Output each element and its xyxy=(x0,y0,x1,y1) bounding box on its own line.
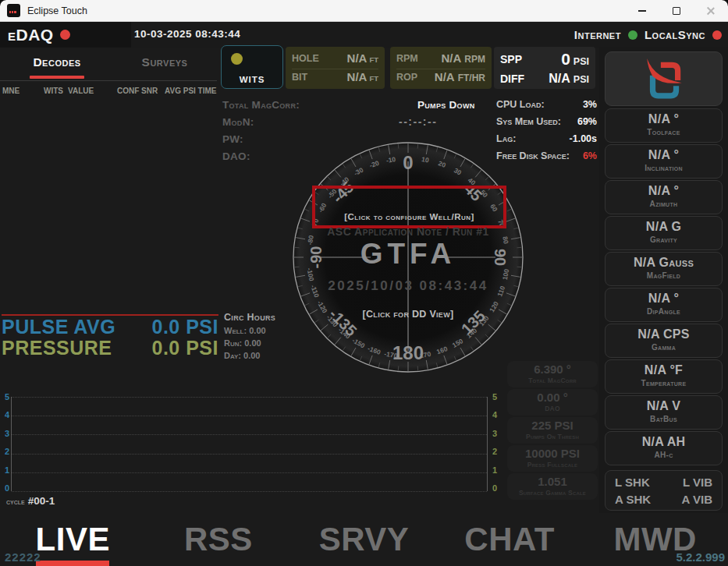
system-stat-value: 3% xyxy=(583,99,597,110)
system-stat-row: CPU Load:3% xyxy=(496,99,597,116)
telemetry-label: Toolface xyxy=(605,127,722,137)
app-name: eDAQ xyxy=(8,26,54,44)
rop-unit: FT/HR xyxy=(458,73,485,83)
telemetry-card-dipangle: N/A °DipAngle xyxy=(605,288,723,322)
telemetry-card-inclination: N/A °Inclination xyxy=(605,144,723,179)
telemetry-label: BatBus xyxy=(605,414,722,424)
chart-left-axis: 543210 xyxy=(2,392,9,493)
connection-indicators: Internet LocalSync xyxy=(574,22,722,48)
telemetry-value: N/A °F xyxy=(605,363,722,378)
pulse-avg-label: PULSE AVG xyxy=(2,317,115,338)
circ-hours-row: Well: 0.00 xyxy=(224,326,294,335)
compass-datetime: 2025/10/03 08:43:44 xyxy=(291,278,525,294)
config-item: 1.051Surface Gamma Scale xyxy=(507,473,598,500)
shock-cell: L SHK xyxy=(615,476,664,489)
nav-item-srvy[interactable]: SRVY xyxy=(291,513,437,566)
left-ytick: 1 xyxy=(5,465,9,475)
hole-label: HOLE xyxy=(292,53,319,64)
telemetry-value: N/A ° xyxy=(605,291,722,306)
config-item-label: Surface Gamma Scale xyxy=(507,489,598,497)
configure-well-run-button[interactable]: [Click to configure Well/Run] xyxy=(312,186,506,228)
cycle-label: cycle xyxy=(6,497,25,506)
decode-table-headers: MNEWITSVALUECONF SNRAVG PSI TIME xyxy=(0,87,217,97)
wits-indicator[interactable]: WITS xyxy=(221,45,283,89)
diff-value: N/A xyxy=(549,72,570,85)
pump-status: Pumps Down xyxy=(417,99,475,111)
telemetry-label: Temperature xyxy=(605,378,722,388)
telemetry-value: N/A ° xyxy=(605,183,722,199)
chart-gridline xyxy=(12,491,487,492)
telemetry-value: N/A CPS xyxy=(605,327,722,342)
circ-hours: Circ Hours Well: 0.00Run: 0.00Day: 0.00 xyxy=(224,312,294,360)
minimize-button[interactable] xyxy=(625,0,659,21)
config-item: 0.00 °DAO xyxy=(507,389,598,416)
bit-value: N/A xyxy=(347,70,368,83)
config-item-value: 6.390 ° xyxy=(507,363,598,377)
telemetry-value: N/A G xyxy=(605,219,722,235)
telemetry-label: Azimuth xyxy=(605,199,722,209)
close-icon xyxy=(706,6,716,16)
config-item-label: Total MagCorr xyxy=(507,377,598,385)
right-ytick: 3 xyxy=(492,429,497,438)
minimize-icon xyxy=(638,10,646,12)
telemetry-cards: N/A °ToolfaceN/A °InclinationN/A °Azimut… xyxy=(605,108,723,467)
top-status-bar: eDAQ 10-03-2025 08:43:44 Internet LocalS… xyxy=(0,22,728,48)
left-ytick: 2 xyxy=(5,447,9,456)
decode-column-header: AVG PSI TIME xyxy=(165,87,217,95)
hole-row: HOLE N/AFT xyxy=(292,51,378,65)
modn-label: ModN: xyxy=(222,116,254,128)
telemetry-card-azimuth: N/A °Azimuth xyxy=(605,180,723,214)
active-tab-underline xyxy=(30,76,84,79)
circ-hours-rows: Well: 0.00Run: 0.00Day: 0.00 xyxy=(224,326,294,360)
rop-row: ROP N/AFT/HR xyxy=(396,69,485,84)
shock-vibe-card: L SHKL VIBA SHKA VIB xyxy=(605,470,723,511)
config-item-label: DAO xyxy=(507,405,598,413)
nav-item-rss[interactable]: RSS xyxy=(146,513,292,566)
maximize-button[interactable] xyxy=(659,0,694,21)
modn-value: --:--:-- xyxy=(399,115,437,128)
shock-cell: A VIB xyxy=(664,493,713,506)
rpm-value: N/A xyxy=(441,51,461,65)
decode-column-header: CONF SNR xyxy=(117,87,158,95)
spp-row: SPP 0PSI xyxy=(500,50,589,69)
config-summary-panel: 6.390 °Total MagCorr0.00 °DAO225 PSIPump… xyxy=(507,361,598,501)
telemetry-label: Inclination xyxy=(605,163,722,173)
system-stat-row: Sys Mem Used:69% xyxy=(496,116,597,133)
hole-unit: FT xyxy=(369,55,378,64)
telemetry-label: AH-c xyxy=(605,450,722,460)
telemetry-value: N/A V xyxy=(605,398,722,414)
right-ytick: 2 xyxy=(492,447,497,456)
chart-gridline xyxy=(12,472,487,473)
decode-column-header: MNE xyxy=(2,87,20,95)
telemetry-card-toolface: N/A °Toolface xyxy=(605,108,723,143)
svg-text:10: 10 xyxy=(421,155,430,164)
right-ytick: 4 xyxy=(492,410,497,419)
tab-decodes[interactable]: Decodes xyxy=(23,55,91,69)
pressure-row: PRESSURE 0.0 PSI xyxy=(2,338,218,359)
tab-surveys[interactable]: Surveys xyxy=(131,55,198,69)
eclipse-touch-app: Eclipse Touch eDAQ 10-03-2025 08:43:44 I… xyxy=(0,0,728,566)
app-brand: eDAQ xyxy=(0,22,131,48)
rop-label: ROP xyxy=(396,72,417,83)
dd-view-button[interactable]: [Click for DD View] xyxy=(291,309,525,320)
telemetry-label: MagField xyxy=(605,271,722,281)
nav-item-chat[interactable]: CHAT xyxy=(437,513,583,566)
rpm-rop-gauge: RPM N/ARPM ROP N/AFT/HR xyxy=(390,47,492,89)
decode-column-header: VALUE xyxy=(68,87,94,95)
window-title: Eclipse Touch xyxy=(27,5,87,16)
eclipse-logo-icon xyxy=(641,56,687,101)
telemetry-label: DipAngle xyxy=(605,306,722,317)
maximize-icon xyxy=(673,7,680,15)
spp-label: SPP xyxy=(500,53,522,65)
telemetry-label: Gamma xyxy=(605,342,722,352)
spp-unit: PSI xyxy=(574,56,589,67)
config-item-value: 10000 PSI xyxy=(507,447,598,461)
rpm-unit: RPM xyxy=(464,54,485,65)
shock-cell: L VIB xyxy=(664,476,713,489)
pressure-panel: PULSE AVG 0.0 PSI PRESSURE 0.0 PSI xyxy=(2,314,218,359)
svg-text:-10: -10 xyxy=(385,155,396,164)
left-ytick: 4 xyxy=(5,410,9,419)
pressure-value: 0.0 PSI xyxy=(152,338,219,359)
close-button[interactable] xyxy=(694,0,728,21)
current-timestamp: 10-03-2025 08:43:44 xyxy=(134,28,240,40)
